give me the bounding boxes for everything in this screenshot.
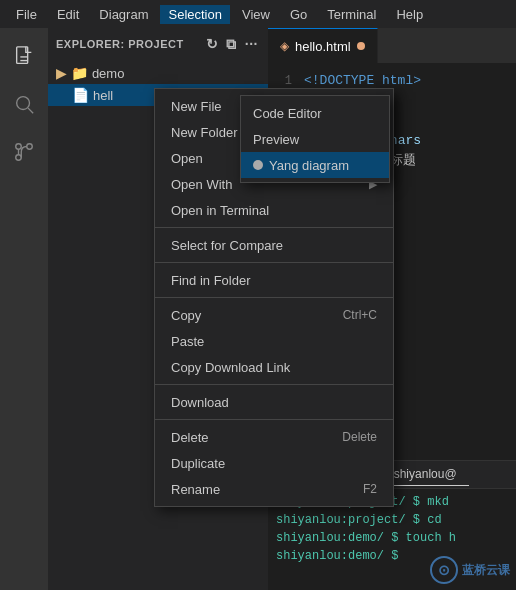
copy-shortcut: Ctrl+C (343, 308, 377, 322)
sidebar-title: EXPLORER: PROJECT (56, 38, 184, 50)
svg-line-4 (28, 108, 33, 113)
file-label: hell (93, 88, 113, 103)
folder-icon: ▶ 📁 (56, 65, 88, 81)
separator-4 (155, 384, 393, 385)
ctx-download[interactable]: Download (155, 389, 393, 415)
yang-diagram-label: Yang diagram (269, 158, 349, 173)
term-line-3: shiyanlou:demo/ $ touch h (276, 529, 508, 547)
ctx-find-folder[interactable]: Find in Folder (155, 267, 393, 293)
svg-point-6 (27, 144, 33, 150)
delete-shortcut: Delete (342, 430, 377, 444)
menu-go[interactable]: Go (282, 5, 315, 24)
submenu-preview[interactable]: Preview (241, 126, 389, 152)
more-icon[interactable]: ··· (243, 34, 260, 55)
menu-bar: File Edit Diagram Selection View Go Term… (0, 0, 516, 28)
submenu-yang-diagram[interactable]: Yang diagram (241, 152, 389, 178)
ctx-copy[interactable]: Copy Ctrl+C (155, 302, 393, 328)
submenu-open-with: Code Editor Preview Yang diagram (240, 95, 390, 183)
sidebar: EXPLORER: PROJECT ↻ ⧉ ··· ▶ 📁 demo 📄 hel… (48, 28, 268, 590)
ctx-delete[interactable]: Delete Delete (155, 424, 393, 450)
refresh-icon[interactable]: ↻ (204, 34, 221, 55)
tab-label: hello.html (295, 39, 351, 54)
activity-search-icon[interactable] (4, 84, 44, 124)
watermark: ⊙ 蓝桥云课 (430, 556, 510, 584)
sidebar-header: EXPLORER: PROJECT ↻ ⧉ ··· (48, 28, 268, 60)
ctx-duplicate[interactable]: Duplicate (155, 450, 393, 476)
ctx-open-terminal[interactable]: Open in Terminal (155, 197, 393, 223)
watermark-text: 蓝桥云课 (462, 562, 510, 579)
rename-shortcut: F2 (363, 482, 377, 496)
main-layout: EXPLORER: PROJECT ↻ ⧉ ··· ▶ 📁 demo 📄 hel… (0, 28, 516, 590)
separator-3 (155, 297, 393, 298)
html-file-icon: ◈ (280, 39, 289, 53)
menu-diagram[interactable]: Diagram (91, 5, 156, 24)
code-editor-label: Code Editor (253, 106, 322, 121)
watermark-logo: ⊙ (430, 556, 458, 584)
ctx-select-compare[interactable]: Select for Compare (155, 232, 393, 258)
tree-folder-demo[interactable]: ▶ 📁 demo (48, 62, 268, 84)
separator-1 (155, 227, 393, 228)
menu-view[interactable]: View (234, 5, 278, 24)
submenu-code-editor[interactable]: Code Editor (241, 100, 389, 126)
activity-files-icon[interactable] (4, 36, 44, 76)
menu-file[interactable]: File (8, 5, 45, 24)
split-icon[interactable]: ⧉ (224, 34, 239, 55)
menu-terminal[interactable]: Terminal (319, 5, 384, 24)
tab-bar: ◈ hello.html (268, 28, 516, 63)
yang-dot-icon (253, 160, 263, 170)
menu-edit[interactable]: Edit (49, 5, 87, 24)
activity-bar (0, 28, 48, 590)
tab-modified-dot (357, 42, 365, 50)
file-icon: 📄 (72, 87, 89, 103)
separator-5 (155, 419, 393, 420)
menu-selection[interactable]: Selection (160, 5, 229, 24)
preview-label: Preview (253, 132, 299, 147)
ctx-copy-download-link[interactable]: Copy Download Link (155, 354, 393, 380)
svg-point-3 (17, 97, 30, 110)
activity-git-icon[interactable] (4, 132, 44, 172)
ctx-rename[interactable]: Rename F2 (155, 476, 393, 502)
svg-point-7 (16, 155, 22, 161)
separator-2 (155, 262, 393, 263)
folder-label: demo (92, 66, 125, 81)
tab-hello-html[interactable]: ◈ hello.html (268, 28, 378, 63)
menu-help[interactable]: Help (388, 5, 431, 24)
sidebar-header-actions: ↻ ⧉ ··· (204, 34, 260, 55)
svg-point-5 (16, 144, 22, 150)
ctx-paste[interactable]: Paste (155, 328, 393, 354)
term-line-2: shiyanlou:project/ $ cd (276, 511, 508, 529)
